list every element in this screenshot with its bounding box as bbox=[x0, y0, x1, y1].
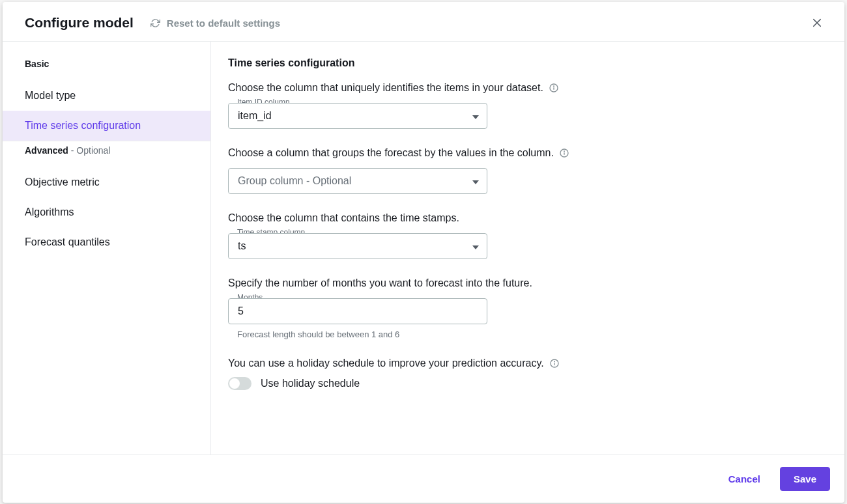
caret-down-icon bbox=[472, 175, 479, 187]
timestamp-value: ts bbox=[238, 240, 246, 252]
svg-point-10 bbox=[554, 361, 554, 362]
close-button[interactable] bbox=[808, 14, 826, 32]
group-placeholder: Group column - Optional bbox=[238, 175, 351, 187]
content-pane: Time series configuration Choose the col… bbox=[211, 42, 844, 455]
sidebar-item-forecast-quantiles[interactable]: Forecast quantiles bbox=[3, 227, 210, 257]
months-input[interactable]: 5 bbox=[228, 298, 487, 324]
reset-label: Reset to default settings bbox=[167, 18, 280, 29]
modal-body: Basic Model type Time series configurati… bbox=[3, 42, 844, 455]
reset-to-default-link[interactable]: Reset to default settings bbox=[151, 18, 280, 29]
group-prompt: Choose a column that groups the forecast… bbox=[228, 147, 554, 159]
caret-down-icon bbox=[472, 240, 479, 252]
field-timestamp: Choose the column that contains the time… bbox=[228, 212, 827, 259]
field-forecast-horizon: Specify the number of months you want to… bbox=[228, 277, 827, 339]
sidebar: Basic Model type Time series configurati… bbox=[3, 42, 211, 455]
save-button[interactable]: Save bbox=[780, 467, 830, 491]
info-icon[interactable] bbox=[549, 358, 560, 369]
modal-title: Configure model bbox=[25, 15, 134, 31]
sidebar-item-model-type[interactable]: Model type bbox=[3, 81, 210, 111]
close-icon bbox=[811, 17, 823, 29]
modal-footer: Cancel Save bbox=[3, 455, 844, 503]
caret-down-icon bbox=[472, 110, 479, 122]
modal-header: Configure model Reset to default setting… bbox=[3, 2, 844, 42]
field-group-column: Choose a column that groups the forecast… bbox=[228, 147, 827, 194]
info-icon[interactable] bbox=[559, 148, 569, 158]
info-icon[interactable] bbox=[549, 83, 559, 93]
months-value: 5 bbox=[238, 305, 244, 317]
group-column-select[interactable]: Group column - Optional bbox=[228, 168, 487, 194]
field-item-id: Choose the column that uniquely identifi… bbox=[228, 82, 827, 129]
svg-point-7 bbox=[564, 151, 564, 152]
item-id-select[interactable]: item_id bbox=[228, 103, 487, 129]
sidebar-item-algorithms[interactable]: Algorithms bbox=[3, 197, 210, 227]
horizon-prompt: Specify the number of months you want to… bbox=[228, 277, 532, 289]
configure-model-modal: Configure model Reset to default setting… bbox=[3, 2, 844, 503]
toggle-knob bbox=[229, 378, 240, 389]
advanced-label: Advanced bbox=[25, 145, 68, 156]
holiday-toggle-label: Use holiday schedule bbox=[261, 378, 360, 389]
item-id-value: item_id bbox=[238, 110, 272, 122]
holiday-toggle[interactable] bbox=[228, 377, 251, 390]
content-heading: Time series configuration bbox=[228, 57, 827, 69]
sidebar-item-time-series-config[interactable]: Time series configuration bbox=[3, 111, 210, 141]
timestamp-select[interactable]: ts bbox=[228, 233, 487, 259]
sidebar-section-basic: Basic bbox=[3, 55, 210, 81]
advanced-optional-suffix: - Optional bbox=[68, 145, 111, 156]
svg-point-4 bbox=[553, 86, 554, 87]
item-id-prompt: Choose the column that uniquely identifi… bbox=[228, 82, 543, 94]
holiday-prompt: You can use a holiday schedule to improv… bbox=[228, 357, 544, 369]
horizon-hint: Forecast length should be between 1 and … bbox=[237, 329, 827, 339]
field-holiday: You can use a holiday schedule to improv… bbox=[228, 357, 827, 390]
sidebar-section-advanced: Advanced - Optional bbox=[3, 141, 210, 167]
cancel-button[interactable]: Cancel bbox=[722, 468, 767, 490]
sidebar-item-objective-metric[interactable]: Objective metric bbox=[3, 167, 210, 197]
timestamp-prompt: Choose the column that contains the time… bbox=[228, 212, 459, 224]
refresh-icon bbox=[151, 18, 160, 28]
